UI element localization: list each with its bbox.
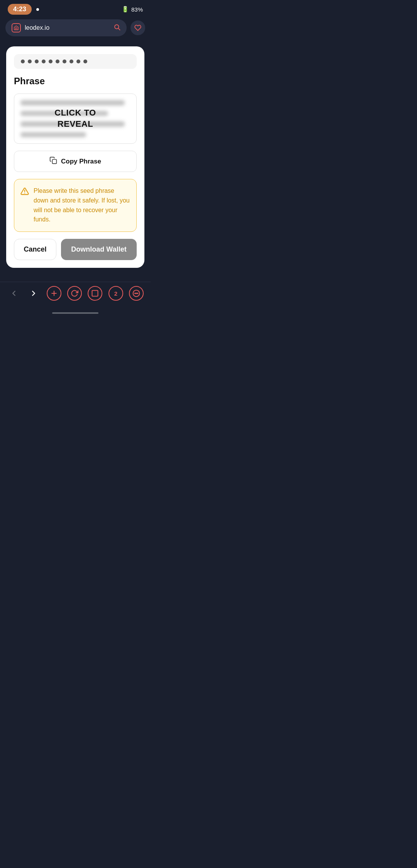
password-dot-6	[56, 60, 59, 63]
status-dot	[36, 8, 39, 11]
copy-phrase-button[interactable]: Copy Phrase	[14, 151, 137, 172]
battery-percent: 83%	[131, 6, 143, 13]
warning-text: Please write this seed phrase down and s…	[34, 186, 130, 225]
password-dot-9	[76, 60, 80, 63]
status-time: 4:23	[8, 4, 32, 15]
svg-point-10	[136, 293, 137, 294]
add-tab-button[interactable]	[47, 286, 61, 301]
password-field[interactable]	[14, 54, 137, 69]
copy-phrase-label: Copy Phrase	[61, 158, 101, 165]
status-bar: 4:23 🔋 83%	[0, 0, 151, 17]
click-to-reveal-label[interactable]: CLICK TOREVEAL	[54, 107, 96, 129]
password-dot-4	[42, 60, 46, 63]
url-text[interactable]: leodex.io	[25, 24, 110, 31]
password-dot-5	[49, 60, 53, 63]
password-dot-1	[21, 60, 25, 63]
password-dot-7	[63, 60, 66, 63]
status-right: 🔋 83%	[122, 6, 143, 13]
download-wallet-button[interactable]: Download Wallet	[61, 239, 137, 260]
warning-box: Please write this seed phrase down and s…	[14, 179, 137, 232]
blur-line-1	[20, 100, 125, 106]
tabs-button[interactable]	[88, 286, 102, 301]
svg-line-1	[118, 28, 120, 30]
address-bar[interactable]: leodex.io	[5, 19, 127, 36]
bottom-nav: 2	[0, 282, 151, 310]
tab-count-button[interactable]: 2	[108, 286, 123, 301]
tab-count-label: 2	[114, 290, 117, 297]
action-buttons-row: Cancel Download Wallet	[14, 239, 137, 260]
status-left: 4:23	[8, 4, 39, 15]
favorite-button[interactable]	[131, 20, 145, 35]
svg-rect-2	[53, 160, 57, 164]
warning-icon	[20, 187, 29, 197]
cancel-button[interactable]: Cancel	[14, 239, 56, 260]
menu-button[interactable]	[129, 286, 144, 301]
refresh-button[interactable]	[67, 286, 82, 301]
blur-line-4	[20, 132, 86, 138]
password-dot-10	[83, 60, 87, 63]
browser-bar: leodex.io	[0, 17, 151, 40]
content-area: Phrase CLICK TOREVEAL Copy Phrase	[0, 40, 151, 282]
battery-icon: 🔋	[122, 6, 129, 13]
forward-button[interactable]	[27, 286, 41, 300]
phrase-title: Phrase	[14, 76, 137, 87]
copy-icon	[49, 157, 57, 166]
password-dot-8	[70, 60, 73, 63]
search-button[interactable]	[114, 24, 120, 32]
svg-point-11	[137, 293, 138, 294]
home-indicator	[52, 312, 98, 314]
password-dot-2	[28, 60, 32, 63]
password-dot-3	[35, 60, 39, 63]
back-button[interactable]	[7, 286, 21, 300]
modal-card: Phrase CLICK TOREVEAL Copy Phrase	[6, 46, 144, 268]
home-icon	[12, 23, 21, 32]
phrase-reveal-box[interactable]: CLICK TOREVEAL	[14, 94, 137, 144]
svg-rect-7	[92, 291, 98, 296]
svg-point-9	[135, 293, 136, 294]
